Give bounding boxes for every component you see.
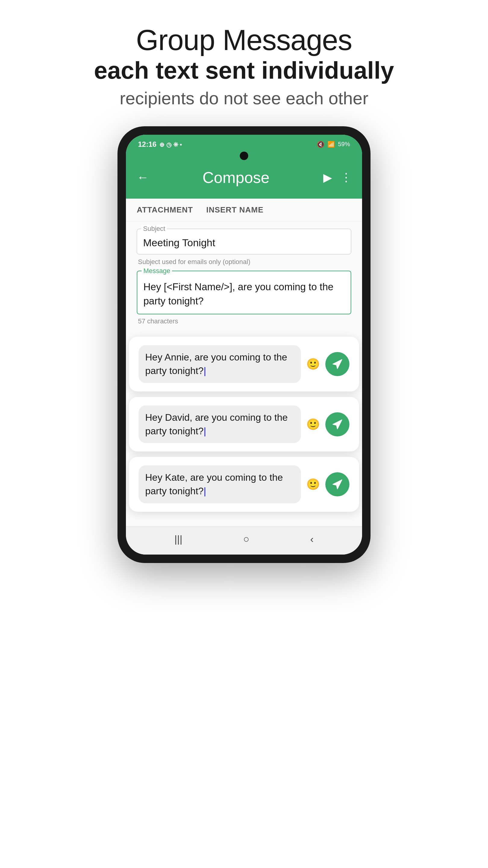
content-area: ATTACHMENT INSERT NAME Subject Meeting T… [126, 198, 362, 526]
toolbar-row: ATTACHMENT INSERT NAME [126, 198, 362, 221]
nav-back[interactable]: ‹ [310, 533, 314, 545]
preview-card-2: Hey David, are you coming to the party t… [129, 397, 359, 452]
header-title: Group Messages [94, 24, 394, 56]
attachment-button[interactable]: ATTACHMENT [137, 205, 193, 215]
back-button[interactable]: ← [137, 170, 149, 184]
send-icon-3 [332, 479, 343, 490]
nav-bar: ||| ○ ‹ [126, 526, 362, 555]
preview-message-2: Hey David, are you coming to the party t… [138, 405, 301, 443]
battery-text: 59% [338, 141, 350, 148]
message-field-wrapper: Message Hey [<First Name/>], are you com… [137, 271, 351, 315]
subject-field-wrapper: Subject Meeting Tonight [137, 229, 351, 254]
send-button-3[interactable] [325, 472, 350, 496]
camera-dot [240, 152, 248, 160]
header-description: recipients do not see each other [94, 88, 394, 108]
status-icons: ⊕ ◷ ❊ • [159, 140, 182, 149]
status-time: 12:16 [138, 140, 156, 149]
char-count: 57 characters [137, 316, 351, 328]
subject-input[interactable]: Meeting Tonight [137, 229, 351, 254]
nav-home[interactable]: ○ [243, 533, 250, 545]
app-bar-actions: ▶ ⋮ [323, 171, 351, 184]
insert-name-button[interactable]: INSERT NAME [206, 205, 264, 215]
app-bar-title: Compose [202, 168, 270, 187]
status-right: 🔇 📶 59% [317, 141, 350, 148]
message-label: Message [141, 267, 172, 275]
send-icon-2 [332, 419, 343, 430]
emoji-button-3[interactable]: 🙂 [306, 478, 320, 491]
send-icon-1 [332, 359, 343, 370]
subject-label: Subject [141, 225, 167, 233]
header-subtitle: each text sent individually [94, 56, 394, 85]
preview-card-3: Hey Kate, are you coming to the party to… [129, 457, 359, 512]
preview-message-1: Hey Annie, are you coming to the party t… [138, 345, 301, 383]
send-button-1[interactable] [325, 352, 350, 376]
send-button-2[interactable] [325, 412, 350, 436]
emoji-button-1[interactable]: 🙂 [306, 358, 320, 370]
app-bar: ← Compose ▶ ⋮ [126, 162, 362, 198]
phone-screen: 12:16 ⊕ ◷ ❊ • 🔇 📶 59% ← Compose ▶ ⋮ [126, 135, 362, 555]
wifi-icon: 📶 [327, 141, 335, 148]
send-button[interactable]: ▶ [323, 171, 332, 184]
emoji-button-2[interactable]: 🙂 [306, 418, 320, 431]
preview-message-3: Hey Kate, are you coming to the party to… [138, 465, 301, 503]
more-options-button[interactable]: ⋮ [340, 171, 351, 184]
preview-card-1: Hey Annie, are you coming to the party t… [129, 337, 359, 392]
camera-notch [126, 152, 362, 162]
status-left: 12:16 ⊕ ◷ ❊ • [138, 140, 182, 149]
message-input[interactable]: Hey [<First Name/>], are you coming to t… [137, 271, 351, 314]
status-bar: 12:16 ⊕ ◷ ❊ • 🔇 📶 59% [126, 135, 362, 152]
nav-recent-apps[interactable]: ||| [174, 533, 183, 545]
phone-device: 12:16 ⊕ ◷ ❊ • 🔇 📶 59% ← Compose ▶ ⋮ [118, 126, 370, 563]
preview-cards: Hey Annie, are you coming to the party t… [126, 337, 362, 512]
page-header: Group Messages each text sent individual… [94, 24, 394, 108]
mute-icon: 🔇 [317, 141, 324, 148]
form-section: Subject Meeting Tonight Subject used for… [126, 221, 362, 328]
